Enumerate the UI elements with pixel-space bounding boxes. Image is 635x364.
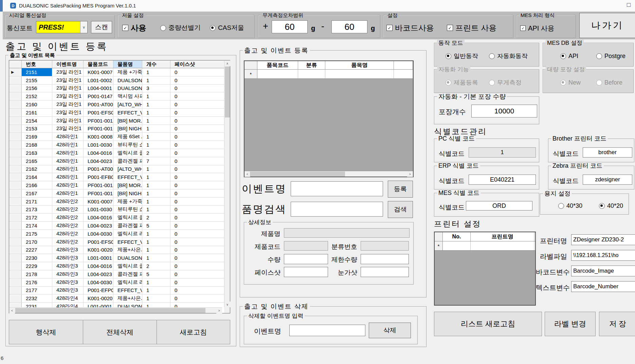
- grid-cell[interactable]: 1: [142, 173, 170, 181]
- column-header[interactable]: 개수: [142, 60, 170, 68]
- grid-cell[interactable]: 2154: [22, 117, 52, 125]
- grid-cell[interactable]: 428라인2: [52, 198, 84, 205]
- row-selector[interactable]: [9, 92, 22, 100]
- column-header[interactable]: No.: [443, 232, 471, 241]
- register-button[interactable]: 등록: [388, 181, 413, 198]
- grid-cell[interactable]: 0: [170, 125, 225, 133]
- grid-cell[interactable]: 0: [170, 109, 225, 116]
- scan-button[interactable]: 스캔: [91, 21, 112, 33]
- exit-button[interactable]: 나가기: [579, 13, 635, 38]
- row-selector[interactable]: [9, 173, 22, 181]
- scroll-left-icon[interactable]: <: [244, 171, 250, 177]
- grid-cell[interactable]: 2168: [22, 141, 52, 149]
- grid-cell[interactable]: 0: [170, 198, 225, 205]
- grid-cell[interactable]: K001-0020: [84, 246, 113, 254]
- grid-cell[interactable]: 0: [170, 141, 225, 149]
- grid-cell[interactable]: 2171: [22, 198, 52, 205]
- item-search-input[interactable]: [291, 202, 383, 217]
- grid-cell[interactable]: 428라인2: [52, 206, 84, 214]
- grid-cell[interactable]: 2163: [22, 149, 52, 157]
- scroll-right-icon[interactable]: >: [216, 308, 222, 313]
- grid-cell[interactable]: [BR] NIGH...: [113, 125, 142, 133]
- grid-cell[interactable]: [BR] MOR...: [113, 117, 142, 125]
- table-row[interactable]: 215623일 라인1L004-0001DUALSONI...30: [9, 85, 225, 93]
- grid-cell[interactable]: 2: [142, 262, 170, 270]
- grid-cell[interactable]: 0: [170, 246, 225, 254]
- print-use-checkbox-item[interactable]: 프린트 사용: [447, 22, 496, 33]
- row-selector[interactable]: ▶: [9, 68, 22, 76]
- grid-cell[interactable]: L004-0016: [84, 149, 113, 157]
- grid-cell[interactable]: 428라인1: [52, 165, 84, 173]
- grid-cell[interactable]: 1: [142, 92, 170, 100]
- row-selector[interactable]: [9, 109, 22, 116]
- grid-cell[interactable]: 제품 +가죽...: [113, 198, 142, 205]
- row-selector[interactable]: [9, 141, 22, 149]
- radio-on-icon[interactable]: [560, 53, 566, 59]
- chevron-down-icon[interactable]: ∨: [80, 21, 87, 33]
- grid-cell[interactable]: 0: [170, 92, 225, 100]
- item-grid[interactable]: 품목코드분류품목명 * < >: [244, 60, 414, 177]
- grid-cell[interactable]: L004-0030: [84, 278, 113, 286]
- grid-cell[interactable]: P001-EFP0...: [84, 287, 113, 294]
- grid-cell[interactable]: 0: [170, 173, 225, 181]
- row-selector[interactable]: [9, 133, 22, 141]
- grid-cell[interactable]: 0: [170, 189, 225, 197]
- row-selector[interactable]: [9, 214, 22, 221]
- grid-cell[interactable]: P001-EFB0...: [84, 173, 113, 181]
- grid-cell[interactable]: L001-0002: [84, 76, 113, 84]
- row-selector[interactable]: [9, 238, 22, 246]
- grid-cell[interactable]: 428라인1: [52, 189, 84, 197]
- row-selector[interactable]: [9, 230, 22, 238]
- grid-cell[interactable]: 0: [170, 294, 225, 302]
- grid-cell[interactable]: 0: [170, 262, 225, 270]
- item-grid-newrow[interactable]: *: [244, 70, 413, 79]
- scroll-left-icon[interactable]: <: [9, 308, 15, 313]
- grid-cell[interactable]: 23일 라인1: [52, 125, 84, 133]
- row-selector[interactable]: [9, 287, 22, 294]
- grid-cell[interactable]: K001-0007: [84, 68, 113, 76]
- table-row[interactable]: 2232428라인4K001-0020제품+사은...10: [9, 294, 225, 303]
- grid-cell[interactable]: 2178: [22, 270, 52, 278]
- outbound-grid[interactable]: 번호이벤트명물품코드물품명개수페이스샷 ▶215123일 라인1K001-000…: [9, 60, 230, 313]
- grid-corner[interactable]: [435, 232, 443, 241]
- grid-cell[interactable]: 428라인1: [52, 181, 84, 189]
- column-header[interactable]: 품목명: [325, 61, 394, 69]
- grid-cell[interactable]: 0: [170, 101, 225, 108]
- grid-cell[interactable]: 0: [170, 278, 225, 286]
- grid-cell[interactable]: PF001-001B: [84, 189, 113, 197]
- grid-cell[interactable]: PF001-001A: [84, 117, 113, 125]
- grid-cell[interactable]: 23일 라인1: [52, 76, 84, 84]
- grid-cell[interactable]: L001-0001: [84, 254, 113, 262]
- grid-cell[interactable]: K001-0007: [84, 198, 113, 205]
- event-name-input[interactable]: [291, 181, 383, 196]
- row-selector[interactable]: [9, 165, 22, 173]
- grid-cell[interactable]: [BR] MOR...: [113, 181, 142, 189]
- grid-cell[interactable]: 엘릭시르 리...: [113, 278, 142, 286]
- grid-cell[interactable]: P001-0147: [84, 92, 113, 100]
- grid-cell[interactable]: 2175: [22, 230, 52, 238]
- grid-cell[interactable]: K001-0008: [84, 133, 113, 141]
- row-selector[interactable]: [9, 76, 22, 84]
- grid-cell[interactable]: 콜라겐젤 피...: [113, 157, 142, 165]
- grid-cell[interactable]: 0: [170, 165, 225, 173]
- table-row[interactable]: 2178428라인3L004-0023콜라겐젤 피...50: [9, 270, 225, 278]
- grid-cell[interactable]: 5: [142, 222, 170, 230]
- table-row[interactable]: 215523일 라인1L001-0002DUALSONI...10: [9, 76, 225, 85]
- grid-cell[interactable]: 0: [170, 76, 225, 84]
- grid-cell[interactable]: L004-0016: [84, 262, 113, 270]
- erp-id-field[interactable]: E040221: [469, 175, 536, 185]
- grid-cell[interactable]: 428라인2: [52, 222, 84, 230]
- grid-cell[interactable]: 1: [142, 165, 170, 173]
- grid-cell[interactable]: 2167: [22, 189, 52, 197]
- grid-cell[interactable]: 제품 6Set ...: [113, 133, 142, 141]
- radio-off-icon[interactable]: [489, 53, 495, 59]
- paper-4030-radio-item[interactable]: 40*30: [558, 202, 582, 210]
- table-row[interactable]: 2163428라인1L004-0016엘릭시르 클...20: [9, 149, 225, 157]
- grid-cell[interactable]: 0: [170, 133, 225, 141]
- grid-cell[interactable]: 0: [170, 206, 225, 214]
- label-file-field[interactable]: \\192.168.1.251\ho: [571, 250, 635, 261]
- row-selector[interactable]: [9, 254, 22, 262]
- horizontal-scrollbar[interactable]: < >: [9, 307, 222, 313]
- grid-cell[interactable]: 2155: [22, 76, 52, 84]
- table-row[interactable]: 2177428라인3P001-EFP0...EFFECT_V...10: [9, 287, 225, 295]
